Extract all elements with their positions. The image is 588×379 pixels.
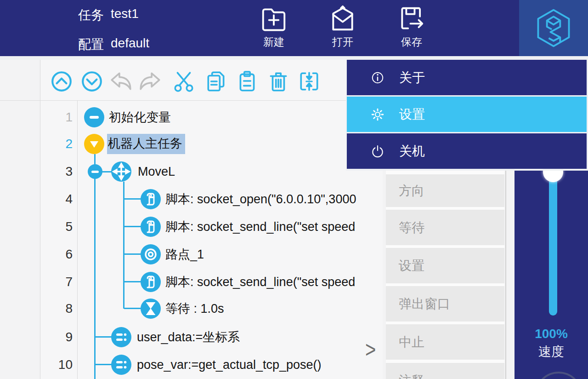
script-node-icon[interactable] <box>141 217 161 237</box>
minus-node-icon[interactable] <box>84 107 104 127</box>
row-number: 5 <box>41 219 73 234</box>
move-up-icon[interactable] <box>50 70 73 93</box>
palette-button-label: 方向 <box>399 182 424 200</box>
tree-row[interactable]: 3 MoveL <box>40 159 383 184</box>
top-bar: 任务 test1 配置 default 新建 打开 <box>0 0 588 56</box>
speed-value: 100% <box>514 327 588 341</box>
row-number: 8 <box>41 301 73 316</box>
tree-row[interactable]: 1 初始化变量 <box>40 104 383 130</box>
palette-button-comment[interactable]: 注释 <box>386 363 504 379</box>
program-tree-panel: 1 初始化变量 2 机器人主任务 3 <box>40 101 383 379</box>
tree-toolbar <box>40 60 383 101</box>
config-value: default <box>111 36 149 51</box>
tree-row[interactable]: 4 脚本: socket_open("6.0.0.10",3000 <box>40 186 383 212</box>
tree-item-label: 路点_1 <box>165 246 204 263</box>
tree-item-label: 等待 : 1.0s <box>165 300 224 317</box>
tree-item-label: 脚本: socket_send_line("set speed <box>165 274 355 290</box>
redo-icon[interactable] <box>139 70 162 93</box>
row-number: 2 <box>41 137 73 151</box>
app-window: 任务 test1 配置 default 新建 打开 <box>0 0 588 379</box>
collapse-toggle-icon[interactable] <box>88 164 102 179</box>
palette-button-label: 中止 <box>399 333 424 351</box>
row-number: 6 <box>41 247 73 262</box>
delete-icon[interactable] <box>267 70 290 93</box>
task-value: test1 <box>111 6 139 21</box>
palette-button-set[interactable]: 设置 <box>386 248 504 283</box>
tree-row-selected[interactable]: 2 机器人主任务 <box>40 131 383 157</box>
row-number: 1 <box>41 110 73 125</box>
move-down-icon[interactable] <box>80 70 103 93</box>
waypoint-node-icon[interactable] <box>141 244 161 264</box>
tree-row[interactable]: 8 等待 : 1.0s <box>40 296 383 322</box>
palette-expand-chevron[interactable]: > <box>365 337 376 362</box>
save-file-icon <box>386 5 437 33</box>
palette-button-abort[interactable]: 中止 <box>386 324 504 360</box>
menu-item-settings[interactable]: 设置 <box>347 95 587 132</box>
palette-button-wait[interactable]: 等待 <box>386 210 504 245</box>
open-task-button[interactable]: 打开 <box>317 5 368 52</box>
speed-dial-button[interactable] <box>535 372 582 379</box>
menu-item-about[interactable]: 关于 <box>347 60 587 95</box>
save-task-button[interactable]: 保存 <box>386 5 437 52</box>
menu-item-label: 设置 <box>399 106 425 123</box>
open-task-label: 打开 <box>317 35 368 49</box>
row-number: 3 <box>41 164 73 179</box>
menu-item-shutdown[interactable]: 关机 <box>347 132 587 169</box>
power-icon <box>371 144 384 158</box>
left-sidebar <box>0 60 40 379</box>
hourglass-node-icon[interactable] <box>141 299 161 319</box>
palette-button-label: 等待 <box>399 219 424 236</box>
tree-row[interactable]: 9 user_data:=坐标系 <box>40 324 383 350</box>
new-file-icon <box>249 5 299 33</box>
tree-row[interactable]: 5 脚本: socket_send_line("set speed <box>40 214 383 240</box>
brand-menu-button[interactable] <box>519 0 588 56</box>
tree-item-label: 脚本: socket_open("6.0.0.10",3000 <box>165 191 356 207</box>
tree-item-label: 机器人主任务 <box>107 134 185 154</box>
speed-label: 速度 <box>514 343 588 361</box>
copy-icon[interactable] <box>204 70 227 93</box>
new-task-label: 新建 <box>249 35 299 49</box>
tree-item-label: 脚本: socket_send_line("set speed <box>165 218 355 235</box>
script-node-icon[interactable] <box>141 272 161 292</box>
assign-node-icon[interactable] <box>111 355 131 375</box>
gear-icon <box>371 108 384 121</box>
palette-button-label: 设置 <box>399 257 424 275</box>
palette-button-direction[interactable]: 方向 <box>386 174 504 207</box>
row-number: 9 <box>41 330 73 345</box>
new-task-button[interactable]: 新建 <box>249 5 299 52</box>
paste-icon[interactable] <box>236 70 259 93</box>
cut-icon[interactable] <box>172 70 195 93</box>
undo-icon[interactable] <box>109 70 132 93</box>
script-node-icon[interactable] <box>141 189 161 209</box>
tree-item-label: pose_var:=get_actual_tcp_pose() <box>137 358 322 372</box>
row-number: 10 <box>41 357 73 372</box>
row-number: 7 <box>41 275 73 289</box>
topbar-divider <box>0 56 588 60</box>
tree-row[interactable]: 10 pose_var:=get_actual_tcp_pose() <box>40 352 383 378</box>
triangle-down-node-icon[interactable] <box>84 134 104 154</box>
number-column-divider <box>77 101 78 379</box>
assign-node-icon[interactable] <box>111 327 131 347</box>
open-file-icon <box>317 5 368 33</box>
menu-item-label: 关机 <box>399 143 425 160</box>
toolbar-divider-left <box>0 100 40 101</box>
tree-row[interactable]: 6 路点_1 <box>40 241 383 267</box>
system-dropdown-menu: 关于 设置 <box>346 60 588 171</box>
palette-button-label: 弹出窗口 <box>399 295 450 313</box>
save-task-label: 保存 <box>386 35 437 49</box>
palette-button-label: 注释 <box>399 372 424 379</box>
task-label: 任务 <box>78 6 104 24</box>
tree-item-label: MoveL <box>138 165 175 179</box>
move-node-icon[interactable] <box>111 161 131 182</box>
tree-row[interactable]: 7 脚本: socket_send_line("set speed <box>40 269 383 295</box>
palette-button-popup[interactable]: 弹出窗口 <box>386 286 504 322</box>
tree-item-label: 初始化变量 <box>109 109 171 126</box>
speed-slider-track[interactable] <box>549 172 557 316</box>
info-icon <box>371 71 384 85</box>
brand-logo-icon <box>532 7 575 49</box>
menu-item-label: 关于 <box>399 69 425 86</box>
merge-icon[interactable] <box>298 70 321 93</box>
config-label: 配置 <box>78 36 104 53</box>
row-number: 4 <box>41 192 73 207</box>
tree-item-label: user_data:=坐标系 <box>137 329 240 345</box>
